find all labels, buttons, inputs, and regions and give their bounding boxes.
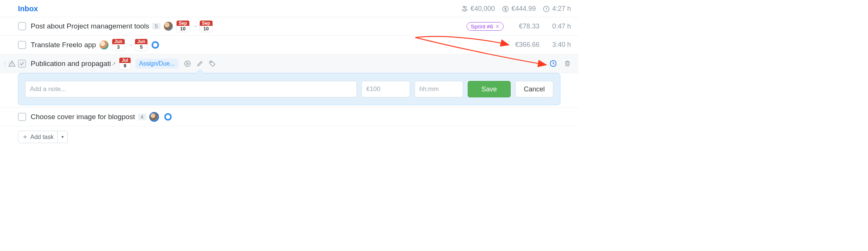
tag-icon[interactable] [209,60,216,67]
date-from-month: Jun [112,39,125,44]
task-checkbox[interactable] [18,22,26,30]
check-icon [19,61,25,66]
task-action-icons [184,60,216,67]
date-from-day: 3 [112,44,125,50]
header-row: Inbox €40,000 €444.99 4:27 h [0,0,578,17]
metric-spent: €444.99 [502,5,536,13]
add-task-dropdown[interactable]: ▼ [58,131,67,143]
date-from-month: Sep [177,21,189,26]
warning-icon[interactable] [8,60,16,67]
assignee-avatar[interactable] [149,112,159,122]
svg-point-1 [463,6,464,7]
add-task-row: ＋ Add task ▼ [0,126,578,150]
task-row[interactable]: Post about Project management tools 5 Se… [0,17,578,36]
task-title[interactable]: Publication and propagati ↗ [31,60,116,68]
metric-spent-value: €444.99 [511,5,536,13]
subtask-count-badge[interactable]: 5 [152,23,161,30]
task-amount: €366.66 [510,41,540,49]
date-day: 9 [119,63,130,69]
arrow-right-icon: → [128,42,133,48]
task-title[interactable]: Translate Freelo app [31,41,96,49]
date-to-day: 10 [200,26,213,32]
chevron-down-icon: ▼ [61,135,64,139]
remove-tag-icon[interactable]: ✕ [495,24,499,29]
add-task-label: Add task [30,134,54,140]
date-to-chip[interactable]: Jun 5 [135,39,148,51]
clock-icon[interactable] [549,60,557,67]
clock-icon [542,5,550,13]
metric-budget-value: €40,000 [471,5,495,13]
task-amount: €78.33 [510,22,540,30]
task-duration: 0:47 h [546,22,571,30]
external-link-icon[interactable]: ↗ [111,61,116,67]
add-task-button-group: ＋ Add task ▼ [18,131,68,143]
assign-due-button[interactable]: Assign/Due... [135,59,178,69]
date-month: Jul [119,58,130,63]
status-ring-icon[interactable] [152,41,159,49]
task-checkbox[interactable] [18,60,26,68]
sprint-tag[interactable]: Sprint #6 ✕ [467,22,504,31]
note-input[interactable] [25,81,357,97]
edit-icon[interactable] [196,60,204,67]
date-to-month: Jun [135,39,147,44]
list-title[interactable]: Inbox [18,4,38,13]
metric-budget: €40,000 [461,5,495,13]
date-chip[interactable]: Jul 9 [119,57,131,69]
date-to-month: Sep [200,21,213,26]
task-duration: 3:40 h [546,41,571,49]
task-row[interactable]: Translate Freelo app Jun 3 → Jun 5 €366.… [0,36,578,54]
save-button[interactable]: Save [468,81,511,97]
time-entry-editor-wrap: Save Cancel [0,73,578,105]
date-to-day: 5 [135,44,147,50]
time-input[interactable] [415,81,463,97]
task-row-right [549,60,571,67]
arrow-right-icon: → [193,23,198,29]
task-title-text: Publication and propagati [31,60,111,68]
task-checkbox[interactable] [18,41,26,49]
date-from-day: 10 [177,26,189,32]
time-entry-editor: Save Cancel [18,73,560,105]
svg-point-5 [211,62,211,63]
plus-icon: ＋ [22,133,28,141]
task-row-right: €366.66 3:40 h [510,41,571,49]
play-icon[interactable] [184,60,191,67]
metric-duration: 4:27 h [542,5,571,13]
task-row[interactable]: Choose cover image for blogpost 4 [0,108,578,126]
hand-coins-icon [461,5,468,13]
task-checkbox[interactable] [18,113,26,121]
date-from-chip[interactable]: Jun 3 [112,39,125,51]
task-title[interactable]: Post about Project management tools [31,22,149,30]
sprint-label: Sprint #6 [471,23,493,30]
amount-input[interactable] [361,81,410,97]
subtask-count-badge[interactable]: 4 [138,114,146,120]
task-row-right: Sprint #6 ✕ €78.33 0:47 h [467,22,571,31]
dollar-circle-icon [502,5,509,13]
trash-icon[interactable] [564,60,571,67]
metric-duration-value: 4:27 h [552,5,571,13]
date-to-chip[interactable]: Sep 10 [199,20,213,32]
add-task-button[interactable]: ＋ Add task [18,131,57,143]
status-ring-icon[interactable] [164,113,172,121]
assignee-avatar[interactable] [163,21,173,31]
svg-point-4 [184,61,190,66]
date-from-chip[interactable]: Sep 10 [176,20,190,32]
task-row-selected[interactable]: ⋮⋮ Publication and propagati ↗ Jul 9 Ass… [0,54,578,73]
assignee-avatar[interactable] [99,40,109,50]
cancel-button[interactable]: Cancel [515,81,553,97]
task-title[interactable]: Choose cover image for blogpost [31,113,135,121]
